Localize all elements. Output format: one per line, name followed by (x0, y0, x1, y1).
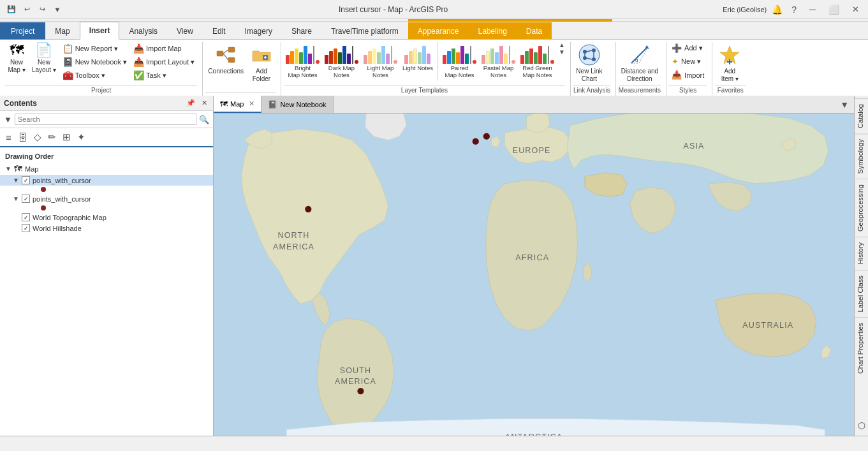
notification-icon[interactable]: 🔔 (772, 4, 783, 15)
tree-item-map[interactable]: ▼ 🗺 Map (0, 163, 213, 175)
ct-db-icon[interactable]: 🗄 (16, 131, 29, 144)
restore-button[interactable]: ⬜ (825, 3, 843, 16)
ribbon-group-link-analysis: New LinkChart Link Analysis (571, 42, 616, 96)
sidebar-tab-symbology[interactable]: Symbology (855, 133, 868, 179)
tab-imagery[interactable]: Imagery (235, 22, 282, 40)
tab-project[interactable]: Project (0, 22, 45, 40)
close-button[interactable]: ✕ (848, 3, 863, 15)
add-item-button[interactable]: AddItem ▾ (715, 42, 744, 84)
points1-checkbox[interactable] (22, 176, 30, 184)
search-icon[interactable]: 🔍 (199, 115, 209, 124)
red-green-map-notes-label: Red GreenMap Notes (522, 64, 552, 79)
add-folder-icon (250, 43, 273, 66)
link-analysis-group-label: Link Analysis (573, 85, 610, 96)
import-styles-button[interactable]: 📥 Import (669, 69, 707, 81)
search-input[interactable] (15, 114, 196, 125)
svg-line-4 (223, 54, 228, 60)
sidebar-tab-catalog[interactable]: Catalog (855, 98, 868, 133)
points2-checkbox[interactable] (22, 195, 30, 203)
new-map-button[interactable]: 🗺 NewMap ▾ (5, 42, 28, 75)
dark-map-notes-button[interactable]: Dark MapNotes (323, 42, 360, 80)
sidebar-tab-chart-properties[interactable]: Chart Properties (855, 317, 868, 379)
toolbox-button[interactable]: 🧰 Toolbox ▾ (60, 69, 129, 82)
tab-share[interactable]: Share (282, 22, 321, 40)
tab-edit[interactable]: Edit (203, 22, 235, 40)
tab-data[interactable]: Data (517, 22, 552, 40)
points2-expand-arrow[interactable]: ▼ (13, 195, 19, 202)
tab-traveltime[interactable]: TravelTime platform (321, 22, 408, 40)
points1-expand-arrow[interactable]: ▼ (13, 177, 19, 184)
task-button[interactable]: ✅ Task ▾ (131, 69, 197, 82)
tree-item-world-hillshade[interactable]: ▶ World Hillshade (0, 223, 213, 233)
contents-close-button[interactable]: ✕ (200, 98, 209, 108)
help-button[interactable]: ? (788, 3, 800, 16)
tab-map[interactable]: Map (45, 22, 79, 40)
layer-templates-scroll[interactable]: ▲ ▼ (559, 42, 565, 55)
ribbon-group-styles: ➕ Add ▾ ✦ New ▾ 📥 Import Styles (666, 42, 712, 96)
tab-insert[interactable]: Insert (80, 22, 120, 40)
paired-map-notes-button[interactable]: PairedMap Notes (441, 42, 478, 80)
contents-pin-button[interactable]: 📌 (184, 98, 197, 108)
map-tab-close[interactable]: ✕ (249, 100, 254, 108)
sidebar-tab-geoprocessing[interactable]: Geoprocessing (855, 179, 868, 237)
tree-item-world-topo[interactable]: ▶ World Topographic Map (0, 212, 213, 223)
connections-icon (214, 43, 237, 66)
tab-new-notebook[interactable]: 📓 New Notebook (261, 96, 333, 113)
import-layout-button[interactable]: 📥 Import Layout ▾ (131, 55, 197, 68)
new-report-button[interactable]: 📋 New Report ▾ (60, 42, 129, 55)
distance-direction-button[interactable]: d Distance andDirection (619, 42, 661, 84)
minimize-button[interactable]: ─ (805, 3, 820, 16)
ct-edit-icon[interactable]: ✏ (46, 130, 58, 144)
points2-label: points_with_cursor (33, 195, 91, 203)
scroll-up-arrow[interactable]: ▲ (559, 42, 565, 48)
new-styles-button[interactable]: ✦ New ▾ (669, 55, 703, 68)
search-bar: ▼ 🔍 (0, 111, 213, 128)
add-styles-button[interactable]: ➕ Add ▾ (669, 42, 705, 54)
tree-item-points1[interactable]: ▼ points_with_cursor (0, 175, 213, 186)
import-layout-icon: 📥 (133, 57, 144, 67)
ribbon-group-favorites: AddItem ▾ Favorites (712, 42, 751, 96)
tab-view[interactable]: View (167, 22, 203, 40)
scroll-down-arrow[interactable]: ▼ (559, 49, 565, 55)
tab-appearance[interactable]: Appearance (408, 22, 469, 40)
sidebar-tab-history[interactable]: History (855, 237, 868, 269)
pastel-map-notes-button[interactable]: Pastel MapNotes (480, 42, 517, 80)
connections-button[interactable]: Connections (205, 42, 246, 77)
bright-map-notes-button[interactable]: BrightMap Notes (284, 42, 321, 80)
ct-grid-icon[interactable]: ⊞ (61, 130, 73, 144)
ct-list-icon[interactable]: ≡ (4, 131, 13, 144)
tab-map-view[interactable]: 🗺 Map ✕ (214, 96, 261, 113)
light-notes-button[interactable]: Light Notes (401, 42, 435, 73)
qat-customize[interactable]: ▼ (51, 3, 64, 16)
ct-star-icon[interactable]: ✦ (75, 130, 87, 144)
world-hillshade-checkbox[interactable] (22, 224, 30, 232)
toolbox-icon: 🧰 (63, 70, 73, 80)
tab-analysis[interactable]: Analysis (119, 22, 167, 40)
svg-text:d: d (635, 57, 638, 63)
qat-save[interactable]: 💾 (5, 3, 18, 16)
qat-redo[interactable]: ↪ (36, 3, 48, 16)
new-link-chart-button[interactable]: New LinkChart (573, 42, 605, 84)
world-topo-checkbox[interactable] (22, 213, 30, 221)
user-label: Eric (iGeolise) (723, 6, 767, 13)
europe-label: EUROPE (513, 146, 551, 155)
point-marker-3 (483, 133, 490, 140)
sidebar-bottom-icon[interactable]: ⬡ (858, 420, 865, 431)
light-map-notes-button[interactable]: Light MapNotes (362, 42, 399, 80)
svg-rect-2 (228, 57, 235, 63)
feature-layer-accent (408, 19, 612, 22)
ct-filter-icon[interactable]: ◇ (32, 130, 43, 144)
qat-undo[interactable]: ↩ (20, 3, 33, 16)
add-folder-button[interactable]: AddFolder (247, 42, 276, 84)
new-layout-button[interactable]: 📄 NewLayout ▾ (29, 42, 59, 75)
map-canvas[interactable]: NORTH AMERICA EUROPE ASIA AFRICA SOUTH A… (214, 114, 854, 436)
tab-labeling[interactable]: Labeling (468, 22, 516, 40)
tree-item-points2[interactable]: ▼ points_with_cursor (0, 193, 213, 204)
import-map-button[interactable]: 📥 Import Map (131, 42, 197, 55)
sidebar-tab-label-class[interactable]: Label Class (855, 270, 868, 317)
tab-dropdown-button[interactable]: ▼ (835, 97, 854, 112)
red-green-map-notes-button[interactable]: Red GreenMap Notes (519, 42, 556, 80)
new-notebook-button[interactable]: 📓 New Notebook ▾ (60, 55, 129, 68)
map-expand-arrow[interactable]: ▼ (5, 165, 11, 172)
bright-map-notes-label: BrightMap Notes (288, 64, 317, 79)
